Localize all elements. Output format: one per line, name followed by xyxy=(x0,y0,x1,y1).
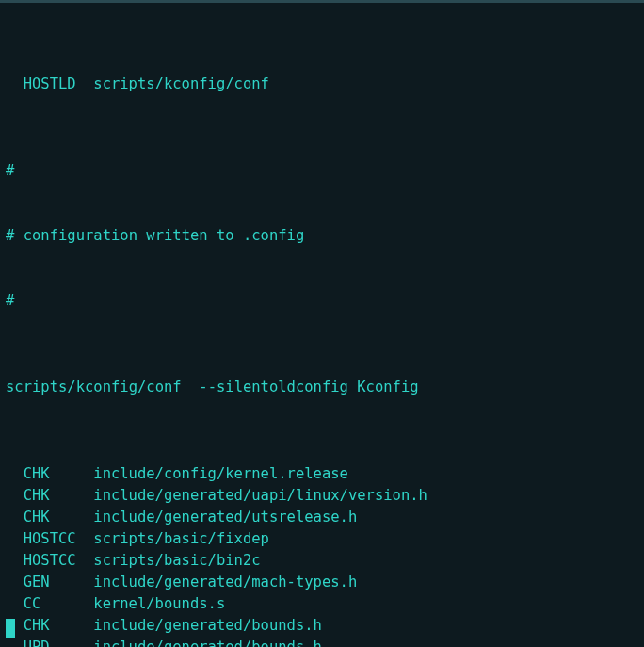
build-line: CHKinclude/generated/bounds.h xyxy=(6,615,638,637)
build-tag: HOSTCC xyxy=(6,550,93,572)
build-path: include/generated/utsrelease.h xyxy=(93,507,357,528)
build-line: GENinclude/generated/mach-types.h xyxy=(6,572,638,593)
conf-invocation-line: scripts/kconfig/conf --silentoldconfig K… xyxy=(6,377,638,398)
build-path: include/generated/uapi/linux/version.h xyxy=(93,485,427,507)
comment-line: # xyxy=(6,160,638,182)
build-rows: CHKinclude/config/kernel.releaseCHKinclu… xyxy=(6,463,638,647)
build-line: HOSTCCscripts/basic/bin2c xyxy=(6,550,638,572)
build-line: CHKinclude/generated/utsrelease.h xyxy=(6,507,638,528)
build-path: scripts/kconfig/conf xyxy=(93,73,269,95)
build-tag: HOSTLD xyxy=(6,73,93,95)
comment-line: # configuration written to .config xyxy=(6,225,638,247)
build-line: CHKinclude/config/kernel.release xyxy=(6,463,638,485)
build-path: include/config/kernel.release xyxy=(93,463,348,485)
build-tag: CHK xyxy=(6,615,93,637)
build-path: scripts/basic/bin2c xyxy=(93,550,260,572)
build-tag: GEN xyxy=(6,572,93,593)
build-line: CCkernel/bounds.s xyxy=(6,593,638,615)
build-path: include/generated/bounds.h xyxy=(93,637,322,647)
build-tag: HOSTCC xyxy=(6,528,93,550)
build-tag: CC xyxy=(6,593,93,615)
comment-line: # xyxy=(6,290,638,312)
terminal-cursor xyxy=(6,619,15,638)
build-path: kernel/bounds.s xyxy=(93,593,225,615)
build-path: include/generated/mach-types.h xyxy=(93,572,357,593)
build-tag: CHK xyxy=(6,507,93,528)
terminal-output[interactable]: HOSTLDscripts/kconfig/conf # # configura… xyxy=(0,0,644,647)
build-tag: CHK xyxy=(6,485,93,507)
build-line: CHKinclude/generated/uapi/linux/version.… xyxy=(6,485,638,507)
build-tag: CHK xyxy=(6,463,93,485)
build-line: HOSTLDscripts/kconfig/conf xyxy=(6,73,638,95)
build-path: scripts/basic/fixdep xyxy=(93,528,269,550)
build-tag: UPD xyxy=(6,637,93,647)
build-path: include/generated/bounds.h xyxy=(93,615,322,637)
build-line: HOSTCCscripts/basic/fixdep xyxy=(6,528,638,550)
build-line: UPDinclude/generated/bounds.h xyxy=(6,637,638,647)
